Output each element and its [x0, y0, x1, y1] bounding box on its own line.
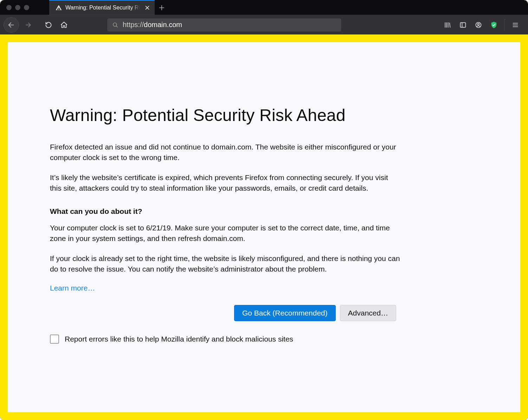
url-prefix: https://: [123, 21, 144, 29]
content-viewport: Warning: Potential Security Risk Ahead F…: [0, 34, 528, 420]
window-minimize-button[interactable]: [15, 5, 20, 10]
titlebar: Warning: Potential Security Risk Ahead: [0, 0, 528, 15]
page-title: Warning: Potential Security Risk Ahead: [50, 106, 478, 125]
forward-button[interactable]: [22, 19, 34, 31]
window-controls: [0, 0, 49, 15]
svg-rect-1: [461, 23, 466, 27]
learn-more-link[interactable]: Learn more…: [50, 284, 95, 292]
tab-title: Warning: Potential Security Risk Ahead: [65, 5, 141, 11]
back-button[interactable]: [4, 17, 19, 33]
warning-paragraph-4: If your clock is already set to the righ…: [50, 253, 401, 275]
warning-page: Warning: Potential Security Risk Ahead F…: [8, 42, 520, 412]
search-icon: [112, 22, 118, 28]
subheading: What can you do about it?: [50, 207, 478, 216]
new-tab-button[interactable]: [155, 0, 169, 15]
svg-point-3: [478, 23, 479, 25]
url-bar[interactable]: https://domain.com: [107, 18, 342, 32]
account-button[interactable]: [471, 18, 485, 32]
toolbar-right: [440, 18, 524, 32]
app-menu-button[interactable]: [508, 18, 522, 32]
warning-icon: [56, 5, 62, 11]
url-text: https://domain.com: [123, 21, 182, 29]
window-zoom-button[interactable]: [24, 5, 29, 10]
tab-active[interactable]: Warning: Potential Security Risk Ahead: [49, 0, 155, 15]
sidebar-button[interactable]: [456, 18, 470, 32]
report-row: Report errors like this to help Mozilla …: [50, 335, 478, 344]
warning-paragraph-2: It’s likely the website’s certificate is…: [50, 172, 401, 194]
warning-paragraph-1: Firefox detected an issue and did not co…: [50, 142, 401, 163]
go-back-button[interactable]: Go Back (Recommended): [234, 305, 336, 321]
library-button[interactable]: [440, 18, 455, 32]
navigation-toolbar: https://domain.com: [0, 15, 528, 34]
button-row: Go Back (Recommended) Advanced…: [234, 305, 478, 321]
warning-paragraph-3: Your computer clock is set to 6/21/19. M…: [50, 223, 401, 244]
protection-shield-icon[interactable]: [487, 18, 501, 32]
window-close-button[interactable]: [6, 5, 12, 10]
advanced-button[interactable]: Advanced…: [340, 305, 396, 321]
close-tab-button[interactable]: [145, 5, 150, 10]
url-domain: domain.com: [144, 21, 182, 29]
reload-button[interactable]: [42, 19, 55, 31]
report-errors-label: Report errors like this to help Mozilla …: [65, 335, 293, 343]
tab-strip: Warning: Potential Security Risk Ahead: [49, 0, 169, 15]
report-errors-checkbox[interactable]: [50, 335, 59, 344]
home-button[interactable]: [58, 19, 70, 31]
toolbar-separator: [504, 19, 505, 31]
